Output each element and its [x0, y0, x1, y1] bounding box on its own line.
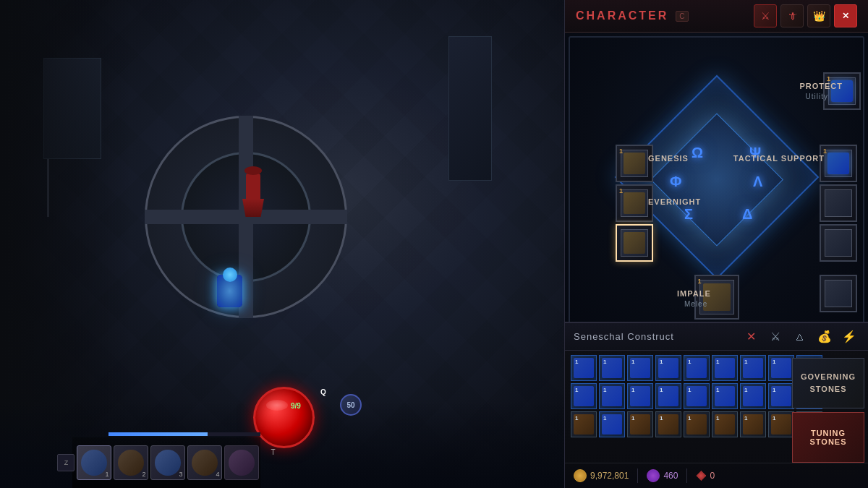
header-icon-crown[interactable]: 👑 — [807, 4, 830, 27]
tuning-label: TUNING STONES — [793, 429, 864, 446]
stone-row-1: 1 1 1 1 1 1 1 1 1 — [571, 355, 822, 381]
evernight-label: Evernight — [648, 197, 701, 206]
skill-slot-extra[interactable] — [224, 445, 259, 480]
rune-left: Φ — [670, 174, 681, 190]
q-badge: Q — [320, 388, 326, 396]
stone-slot-d4[interactable]: 1 — [655, 411, 681, 437]
evernight-icon — [624, 192, 645, 214]
stone-slot-c8[interactable]: 1 — [768, 383, 794, 409]
stone-slot-d8[interactable]: 1 — [768, 411, 794, 437]
hud-bar: Z 1 2 3 4 T — [72, 437, 260, 488]
stone-slot-d7[interactable]: 1 — [740, 411, 766, 437]
protect-sublabel: Utility — [806, 93, 828, 100]
bottom-title: Seneschal Construct — [574, 331, 674, 342]
tactical-label: Tactical Support — [733, 154, 825, 163]
skill-tree-area: Ω Ψ Φ Λ Σ Δ 1 PROTECT Utility 1 Genesis … — [565, 33, 868, 336]
governing-label-1: GOVERNING — [801, 372, 856, 382]
skill-slot-1[interactable]: 1 — [77, 445, 111, 480]
stone-row-3: 1 1 1 1 1 1 1 1 1 — [571, 411, 822, 437]
rune-right: Λ — [753, 174, 762, 190]
panel-header: CHARACTER C ⚔ 🗡 👑 ✕ — [565, 0, 868, 33]
bottom-icon-group: ✕ ⚔ 🜂 💰 ⚡ — [741, 327, 859, 347]
health-label: 9/9 — [291, 402, 301, 410]
genesis-icon — [624, 153, 645, 174]
purple-amount: 460 — [663, 471, 678, 481]
right-panel: CHARACTER C ⚔ 🗡 👑 ✕ Ω Ψ Φ Λ Σ Δ 1 — [564, 0, 868, 488]
stone-slot-c1[interactable]: 1 — [571, 383, 597, 409]
genesis-label: Genesis — [648, 154, 689, 163]
structure-2 — [448, 36, 492, 181]
header-icon-sword[interactable]: 🗡 — [780, 4, 804, 27]
stone-slot-b8[interactable]: 1 — [768, 355, 794, 381]
skill-node-left-3[interactable] — [616, 224, 653, 262]
level-badge: 50 — [340, 394, 362, 416]
skill-node-genesis[interactable]: 1 — [616, 145, 653, 182]
currency-divider-2 — [686, 468, 687, 483]
char-body — [246, 174, 260, 199]
stone-slot-c6[interactable]: 1 — [712, 383, 738, 409]
tuning-stones-button[interactable]: TUNING STONES — [792, 412, 864, 463]
skill-slot-3[interactable]: 3 — [150, 445, 185, 480]
stone-slot-d6[interactable]: 1 — [712, 411, 738, 437]
construct-icon-x[interactable]: ✕ — [741, 327, 761, 347]
red-currency: 0 — [696, 471, 715, 481]
construct-icon-bolt[interactable]: ⚡ — [839, 327, 859, 347]
stone-slot-d2[interactable]: 1 — [599, 411, 625, 437]
z-key-badge: Z — [57, 454, 75, 471]
golem-body — [217, 275, 242, 307]
panel-title: CHARACTER — [576, 9, 668, 22]
stone-slot-c2[interactable]: 1 — [599, 383, 625, 409]
health-orb — [253, 387, 315, 448]
character-red — [242, 174, 264, 213]
construct-icon-sword[interactable]: ⚔ — [765, 327, 786, 347]
gold-amount: 9,972,801 — [590, 471, 629, 481]
stone-slot-c7[interactable]: 1 — [740, 383, 766, 409]
node-left3-icon — [624, 232, 645, 254]
purple-icon — [647, 469, 660, 482]
stone-row-2: 1 1 1 1 1 1 1 1 1 — [571, 383, 822, 409]
rune-tl: Ω — [692, 145, 703, 161]
skill-node-protect[interactable]: 1 — [823, 72, 861, 110]
stone-slot-d5[interactable]: 1 — [684, 411, 710, 437]
game-world: 9/9 Q 50 Z 1 2 3 4 — [0, 0, 564, 488]
skill-node-right-2[interactable] — [820, 184, 857, 222]
stone-slot-b2[interactable]: 1 — [599, 355, 625, 381]
red-amount: 0 — [710, 471, 715, 481]
skill-node-right-3[interactable] — [820, 224, 857, 262]
stone-slot-b7[interactable]: 1 — [740, 355, 766, 381]
impale-label: IMPALE — [677, 289, 711, 298]
panel-shortcut: C — [676, 11, 688, 22]
stone-slot-b4[interactable]: 1 — [655, 355, 681, 381]
stone-slot-b5[interactable]: 1 — [684, 355, 710, 381]
construct-icon-fire[interactable]: 🜂 — [790, 327, 810, 347]
stone-slot-b6[interactable]: 1 — [712, 355, 738, 381]
stone-slot-b3[interactable]: 1 — [627, 355, 653, 381]
header-icon-character[interactable]: ⚔ — [754, 4, 777, 27]
rune-bl: Σ — [684, 206, 693, 223]
skill-node-tactical[interactable]: 1 — [820, 145, 857, 182]
stone-slot-c4[interactable]: 1 — [655, 383, 681, 409]
stone-slot-c3[interactable]: 1 — [627, 383, 653, 409]
governing-stones-button[interactable]: GOVERNING STONES — [792, 358, 864, 408]
currency-divider-1 — [637, 468, 638, 483]
rune-br: Δ — [742, 206, 752, 223]
skill-slot-4[interactable]: 4 — [187, 445, 222, 480]
stone-slot-c5[interactable]: 1 — [684, 383, 710, 409]
impale-sublabel: Melee — [684, 300, 707, 308]
skill-node-bottom-right[interactable] — [820, 275, 857, 312]
purple-currency: 460 — [647, 469, 678, 482]
exp-bar — [109, 432, 260, 436]
stone-section: 1 1 1 1 1 1 1 1 1 1 1 1 1 1 1 — [565, 351, 868, 442]
gold-currency: 9,972,801 — [574, 469, 629, 482]
char-cloak — [242, 199, 264, 217]
governing-label-2: STONES — [809, 385, 846, 394]
skill-slot-2[interactable]: 2 — [114, 445, 148, 480]
stone-slot-d1[interactable]: 1 — [571, 411, 597, 437]
bottom-section: Seneschal Construct ✕ ⚔ 🜂 💰 ⚡ 1 1 1 1 1 … — [565, 322, 868, 488]
close-button[interactable]: ✕ — [834, 4, 857, 27]
gold-icon — [574, 469, 587, 482]
exp-fill — [109, 432, 208, 436]
construct-icon-bag[interactable]: 💰 — [814, 327, 835, 347]
stone-slot-d3[interactable]: 1 — [627, 411, 653, 437]
stone-slot-b1[interactable]: 1 — [571, 355, 597, 381]
